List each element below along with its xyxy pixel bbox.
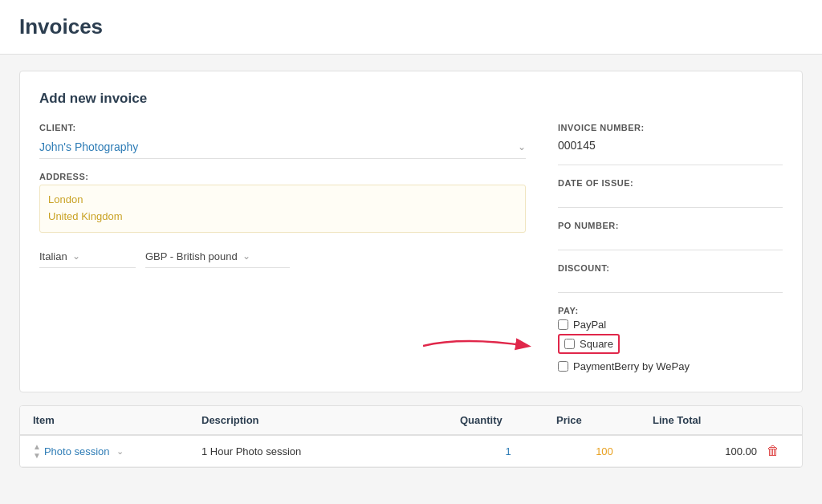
paypal-option[interactable]: PayPal <box>558 319 783 331</box>
item-quantity: 1 <box>460 445 556 457</box>
item-name-cell: ▲ ▼ Photo session ⌄ <box>33 442 201 460</box>
discount-label: DISCOUNT: <box>558 263 783 273</box>
currency-chevron-icon: ⌄ <box>242 250 250 262</box>
table-header: Item Description Quantity Price Line Tot… <box>20 406 802 436</box>
paypal-label: PayPal <box>573 319 606 331</box>
item-price: 100 <box>556 445 653 457</box>
item-name-value: Photo session <box>44 445 110 457</box>
invoice-number-field: INVOICE NUMBER: 000145 <box>558 123 783 165</box>
col-header-item: Item <box>33 414 201 426</box>
pay-section: PAY: PayPal <box>558 306 783 372</box>
delete-row-button[interactable]: 🗑 <box>757 444 789 458</box>
po-number-value <box>558 234 783 240</box>
currency-select[interactable]: GBP - British pound ⌄ <box>145 246 290 268</box>
language-value: Italian <box>39 250 67 262</box>
item-line-total: 100.00 <box>653 445 757 457</box>
item-description: 1 Hour Photo session <box>201 445 460 457</box>
items-table: Item Description Quantity Price Line Tot… <box>19 405 803 468</box>
date-of-issue-field[interactable]: DATE OF ISSUE: <box>558 178 783 208</box>
col-header-description: Description <box>201 414 460 426</box>
client-value: John's Photography <box>39 140 518 153</box>
client-select[interactable]: John's Photography ⌄ <box>39 136 526 159</box>
item-chevron-icon: ⌄ <box>116 446 124 457</box>
discount-field[interactable]: DISCOUNT: <box>558 263 783 293</box>
client-chevron-icon: ⌄ <box>518 141 526 152</box>
table-row: ▲ ▼ Photo session ⌄ 1 Hour Photo session… <box>20 436 802 467</box>
po-number-label: PO NUMBER: <box>558 221 783 230</box>
page-title: Invoices <box>0 0 822 55</box>
col-header-quantity: Quantity <box>460 414 556 426</box>
currency-value: GBP - British pound <box>145 250 238 262</box>
paypal-checkbox[interactable] <box>558 319 568 330</box>
date-of-issue-value <box>558 191 783 197</box>
col-header-line-total: Line Total <box>653 414 757 426</box>
col-header-actions <box>757 414 789 426</box>
section-title: Add new invoice <box>39 91 783 107</box>
paymentberry-checkbox[interactable] <box>558 361 568 372</box>
square-label: Square <box>580 338 613 350</box>
address-label: ADDRESS: <box>39 172 526 181</box>
language-select[interactable]: Italian ⌄ <box>39 246 136 268</box>
sort-arrows-icon[interactable]: ▲ ▼ <box>33 442 41 460</box>
paymentberry-option[interactable]: PaymentBerry by WePay <box>558 360 783 372</box>
client-label: CLIENT: <box>39 123 526 132</box>
discount-value <box>558 276 783 282</box>
invoice-number-label: INVOICE NUMBER: <box>558 123 783 132</box>
pay-label: PAY: <box>558 306 783 315</box>
square-checkbox[interactable] <box>564 339 575 349</box>
red-arrow-icon <box>423 335 535 357</box>
language-chevron-icon: ⌄ <box>72 250 80 262</box>
invoice-number-value: 000145 <box>558 136 783 155</box>
po-number-field[interactable]: PO NUMBER: <box>558 221 783 250</box>
date-of-issue-label: DATE OF ISSUE: <box>558 178 783 188</box>
paymentberry-label: PaymentBerry by WePay <box>573 360 690 372</box>
col-header-price: Price <box>556 414 653 426</box>
address-line1: London <box>48 192 517 209</box>
address-line2: United Kingdom <box>48 209 517 226</box>
square-option[interactable]: Square <box>558 334 620 354</box>
address-box: London United Kingdom <box>39 185 526 233</box>
